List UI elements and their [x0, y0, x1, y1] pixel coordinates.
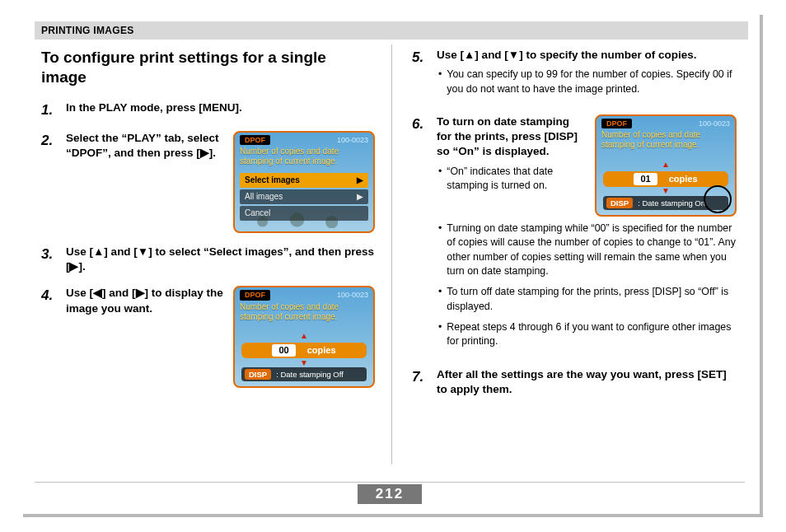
step-text: After all the settings are the way you w… — [437, 367, 737, 397]
lcd-figure-copies-on: DPOF 100-0023 Number of copies and date … — [595, 114, 737, 217]
up-arrow-icon: ▲ — [300, 330, 308, 342]
lcd-subtitle: Number of copies and date stamping of cu… — [235, 147, 373, 170]
lcd-copies-number: 00 — [272, 344, 295, 357]
lcd-dpof-label: DPOF — [240, 290, 270, 300]
step-text: Use [▲] and [▼] to select “Select images… — [66, 245, 375, 274]
step-number: 4. — [41, 286, 59, 388]
lcd-copies-number: 01 — [634, 173, 657, 185]
step-number: 5. — [412, 48, 430, 103]
step-text: In the PLAY mode, press [MENU]. — [66, 100, 375, 115]
step-number: 3. — [41, 245, 59, 274]
lcd-disp-row: DISP : Date stamping Off — [241, 367, 367, 381]
step-5: 5. Use [▲] and [▼] to specify the number… — [412, 48, 737, 103]
bullet-text: Turning on date stamping while “00” is s… — [447, 222, 737, 278]
step-7: 7. After all the settings are the way yo… — [412, 367, 737, 397]
lcd-copies-row: 00 copies — [241, 343, 367, 358]
highlight-circle-icon — [704, 185, 732, 213]
lcd-disp-text: : Date stamping Off — [276, 369, 344, 380]
lcd-menu-label: Select images — [245, 175, 300, 186]
page-footer: 212 — [35, 482, 745, 504]
step-number: 2. — [41, 131, 59, 233]
lcd-figure-copies-off: DPOF 100-0023 Number of copies and date … — [233, 286, 375, 388]
up-arrow-icon: ▲ — [662, 159, 670, 170]
lcd-disp-button: DISP — [606, 198, 633, 208]
lcd-background-art — [235, 195, 373, 228]
bullet-text: Repeat steps 4 through 6 if you want to … — [447, 320, 737, 349]
step-number: 6. — [412, 114, 430, 356]
step-text: Use [▲] and [▼] to specify the number of… — [437, 48, 737, 63]
lcd-menu-row-selected: Select images ▶ — [240, 173, 368, 188]
lcd-subtitle: Number of copies and date stamping of cu… — [235, 302, 373, 325]
lcd-disp-button: DISP — [245, 369, 271, 380]
manual-page: PRINTING IMAGES To configure print setti… — [23, 15, 763, 517]
step-2: 2. Select the “PLAY” tab, select “DPOF”,… — [41, 131, 375, 233]
step-number: 1. — [41, 100, 59, 119]
lcd-copies-label: copies — [307, 344, 336, 357]
left-column: To configure print settings for a single… — [35, 44, 391, 464]
lcd-copies-row: 01 copies — [603, 171, 728, 187]
two-column-layout: To configure print settings for a single… — [23, 44, 760, 464]
lcd-subtitle: Number of copies and date stamping of cu… — [597, 130, 735, 153]
bullet-text: To turn off date stamping for the prints… — [447, 285, 737, 314]
section-title: To configure print settings for a single… — [41, 48, 375, 87]
page-number: 212 — [358, 484, 422, 504]
step-number: 7. — [412, 367, 430, 397]
bullet-text: You can specify up to 99 for the number … — [447, 68, 737, 96]
step-text: Use [◀] and [▶] to display the image you… — [66, 286, 225, 315]
right-column: 5. Use [▲] and [▼] to specify the number… — [391, 44, 748, 464]
step-6: 6. To turn on date stamping for the prin… — [412, 114, 737, 356]
lcd-counter: 100-0023 — [337, 135, 368, 145]
step-4: 4. Use [◀] and [▶] to display the image … — [41, 286, 375, 388]
lcd-figure-dpof-menu: DPOF 100-0023 Number of copies and date … — [233, 131, 375, 233]
lcd-counter: 100-0023 — [337, 290, 368, 300]
bullet-text: “On” indicates that date stamping is tur… — [447, 165, 587, 194]
lcd-disp-text: : Date stamping On — [638, 198, 705, 208]
lcd-dpof-label: DPOF — [240, 135, 270, 145]
section-header: PRINTING IMAGES — [35, 21, 748, 40]
step-1: 1. In the PLAY mode, press [MENU]. — [41, 100, 375, 119]
step-text: Select the “PLAY” tab, select “DPOF”, an… — [66, 131, 225, 161]
lcd-counter: 100-0023 — [699, 119, 730, 128]
down-arrow-icon: ▼ — [662, 185, 670, 197]
play-icon: ▶ — [357, 175, 363, 186]
lcd-copies-label: copies — [669, 173, 698, 185]
lcd-dpof-label: DPOF — [601, 119, 632, 128]
step-text: To turn on date stamping for the prints,… — [437, 114, 587, 160]
step-3: 3. Use [▲] and [▼] to select “Select ima… — [41, 245, 375, 274]
